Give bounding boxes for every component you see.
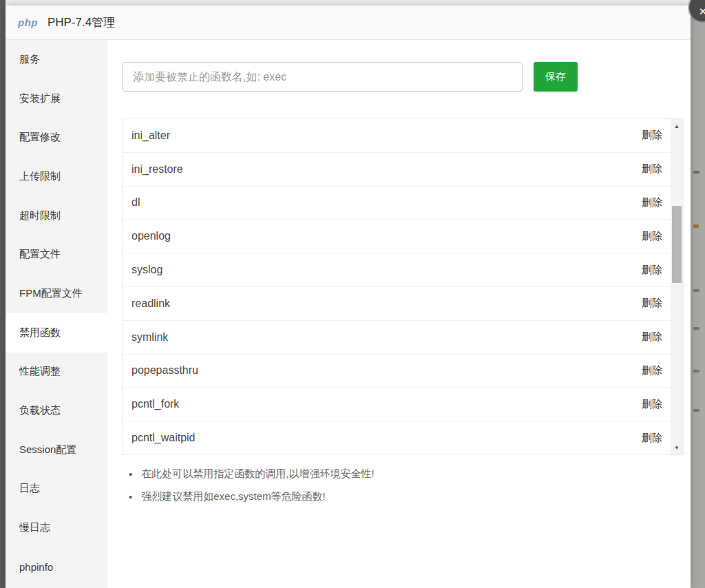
function-row: pcntl_fork 删除 [123,388,671,421]
add-function-input[interactable] [122,62,523,92]
function-row: popepassthru 删除 [123,355,671,388]
sidebar-item-label: phpinfo [19,561,53,573]
content-panel: 保存 ini_alter 删除 ini_restore 删除 dl 删除 ope… [107,40,691,588]
backdrop-right [691,0,705,588]
sidebar-item[interactable]: 配置文件 [6,235,107,274]
delete-link[interactable]: 删除 [642,330,662,344]
function-name: pcntl_fork [131,398,179,410]
function-name: dl [131,196,140,209]
backdrop-artifact [693,171,699,174]
backdrop-artifact [693,409,699,412]
function-row: ini_alter 删除 [123,119,671,153]
function-name: readlink [131,297,170,310]
sidebar-item[interactable]: FPM配置文件 [6,274,107,313]
sidebar-item-label: 安装扩展 [19,92,61,105]
sidebar-item[interactable]: 服务 [6,40,107,79]
backdrop-top [0,0,705,6]
help-notes: • 在此处可以禁用指定函数的调用,以增强环境安全性! • 强烈建议禁用如exec… [129,463,375,508]
backdrop-artifact [693,370,699,372]
close-icon: ✕ [699,6,705,21]
note-item: • 在此处可以禁用指定函数的调用,以增强环境安全性! [129,463,375,485]
sidebar-item-label: 负载状态 [19,404,61,417]
sidebar-item-label: 性能调整 [19,365,61,378]
function-row: openlog 删除 [123,220,671,253]
sidebar-item-label: 配置文件 [19,248,61,261]
sidebar-item-label: 禁用函数 [19,326,61,339]
delete-link[interactable]: 删除 [642,162,662,176]
sidebar-item-label: FPM配置文件 [19,287,83,300]
backdrop-artifact [693,289,699,292]
page: ✕ php PHP-7.4管理 服务 安装扩展 配置修改 上传限制 超时限制 配… [0,0,705,588]
sidebar-item-label: 服务 [19,53,40,66]
php-manager-dialog: ✕ php PHP-7.4管理 服务 安装扩展 配置修改 上传限制 超时限制 配… [6,6,691,588]
sidebar-nav: 服务 安装扩展 配置修改 上传限制 超时限制 配置文件 FPM配置文件 禁用函数… [6,40,107,588]
delete-link[interactable]: 删除 [642,129,662,142]
function-row: pcntl_waitpid 删除 [123,421,671,454]
save-button[interactable]: 保存 [534,62,578,92]
disabled-functions-list: ini_alter 删除 ini_restore 删除 dl 删除 openlo… [122,118,684,455]
sidebar-item[interactable]: 安装扩展 [6,79,107,118]
backdrop-artifact [693,327,699,330]
function-name: syslog [131,264,162,276]
function-row: syslog 删除 [123,253,671,287]
note-item: • 强烈建议禁用如exec,system等危险函数! [129,485,375,508]
sidebar-item-label: 日志 [19,482,40,495]
sidebar-item[interactable]: 上传限制 [6,157,107,196]
list-scrollbar[interactable]: ▲ ▼ [671,119,683,454]
function-rows: ini_alter 删除 ini_restore 删除 dl 删除 openlo… [123,119,671,454]
scroll-up-icon[interactable]: ▲ [671,120,683,132]
php-logo: php [18,17,38,28]
sidebar-item-label: Session配置 [19,443,76,456]
sidebar-item[interactable]: 性能调整 [6,353,107,392]
sidebar-item[interactable]: 日志 [6,470,107,509]
delete-link[interactable]: 删除 [642,297,662,310]
backdrop-left [0,0,6,588]
delete-link[interactable]: 删除 [642,264,662,277]
sidebar-item[interactable]: Session配置 [6,430,107,470]
scroll-down-icon[interactable]: ▼ [671,442,683,453]
delete-link[interactable]: 删除 [642,398,662,411]
sidebar-item[interactable]: phpinfo [6,547,107,587]
function-row: symlink 删除 [123,321,671,355]
function-name: symlink [131,331,168,344]
sidebar-item-label: 配置修改 [19,131,61,144]
function-name: pcntl_waitpid [131,432,196,444]
delete-link[interactable]: 删除 [642,230,662,243]
delete-link[interactable]: 删除 [642,196,662,209]
function-name: popepassthru [131,364,198,377]
note-text: 在此处可以禁用指定函数的调用,以增强环境安全性! [141,468,374,481]
note-text: 强烈建议禁用如exec,system等危险函数! [141,490,326,503]
bullet-icon: • [129,491,132,503]
function-row: ini_restore 删除 [123,153,671,187]
sidebar-item[interactable]: 禁用函数 [6,313,107,353]
function-name: openlog [131,230,171,242]
backdrop-artifact [693,224,699,228]
scrollbar-thumb[interactable] [672,206,682,283]
function-row: readlink 删除 [123,287,671,321]
sidebar-item[interactable]: 超时限制 [6,196,107,235]
function-row: dl 删除 [123,187,671,220]
sidebar-item-label: 上传限制 [19,170,61,183]
sidebar-item[interactable]: 配置修改 [6,118,107,157]
delete-link[interactable]: 删除 [642,432,662,445]
function-name: ini_restore [131,163,183,176]
sidebar-item-label: 慢日志 [19,521,50,534]
sidebar-item[interactable]: 负载状态 [6,391,107,430]
dialog-title: PHP-7.4管理 [48,14,115,30]
delete-link[interactable]: 删除 [642,364,662,377]
dialog-header: php PHP-7.4管理 [6,6,691,40]
sidebar-item[interactable]: 慢日志 [6,508,107,547]
sidebar-item-label: 超时限制 [19,209,61,222]
bullet-icon: • [129,468,132,480]
function-name: ini_alter [131,129,170,142]
